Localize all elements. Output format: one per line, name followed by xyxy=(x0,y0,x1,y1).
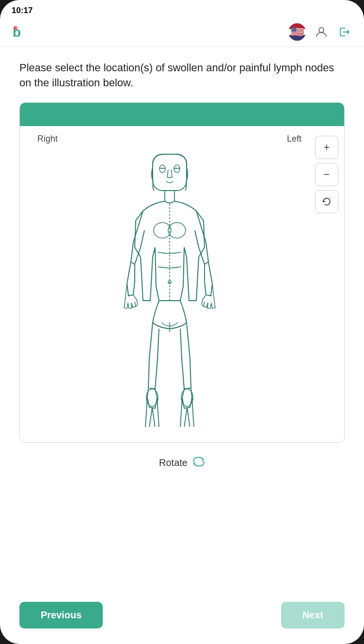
svg-point-17 xyxy=(181,389,193,406)
user-icon[interactable] xyxy=(314,24,329,40)
next-button[interactable]: Next xyxy=(281,602,345,628)
time: 10:17 xyxy=(12,6,32,15)
content-area: Please select the location(s) of swollen… xyxy=(0,47,364,594)
question-text: Please select the location(s) of swollen… xyxy=(19,61,345,91)
card-body: Right Left xyxy=(20,126,344,442)
body-illustration[interactable]: Right Left xyxy=(28,134,311,435)
rotate-row: Rotate xyxy=(19,456,345,470)
svg-point-6 xyxy=(159,165,165,173)
svg-point-16 xyxy=(146,389,158,406)
right-label: Right xyxy=(37,134,58,144)
phone-frame: 10:17 b 🇺🇸 xyxy=(0,0,364,644)
zoom-in-button[interactable]: + xyxy=(315,136,338,159)
status-bar: 10:17 xyxy=(0,0,364,19)
direction-labels: Right Left xyxy=(28,134,311,144)
body-svg-container[interactable] xyxy=(28,148,311,429)
card-header-bar xyxy=(20,103,344,126)
header-icons: 🇺🇸 xyxy=(288,23,352,41)
illustration-card: Right Left xyxy=(19,102,345,443)
logout-icon[interactable] xyxy=(337,24,352,40)
rotate-label: Rotate xyxy=(159,457,188,468)
zoom-out-button[interactable]: − xyxy=(315,163,338,186)
svg-point-4 xyxy=(319,28,324,32)
app-logo: b xyxy=(12,23,29,41)
left-label: Left xyxy=(287,134,301,144)
reset-button[interactable] xyxy=(315,190,338,213)
nav-buttons: Previous Next xyxy=(0,594,364,644)
rotate-icon[interactable] xyxy=(192,456,205,470)
header: b 🇺🇸 xyxy=(0,19,364,47)
previous-button[interactable]: Previous xyxy=(19,602,103,628)
svg-point-7 xyxy=(174,165,180,173)
svg-rect-5 xyxy=(153,154,187,191)
flag-icon[interactable]: 🇺🇸 xyxy=(288,23,306,41)
zoom-controls: + − xyxy=(315,134,338,435)
